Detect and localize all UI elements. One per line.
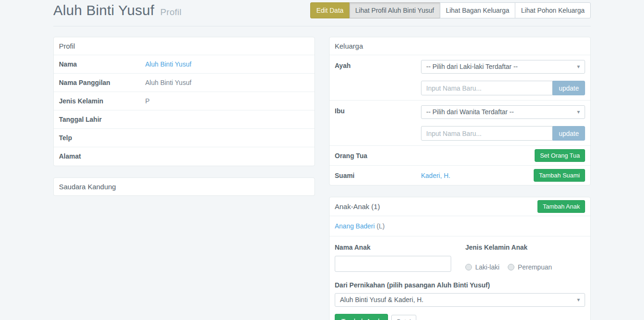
row-label: Nama Panggilan <box>59 79 145 86</box>
tambah-anak-header-button[interactable]: Tambah Anak <box>537 200 585 213</box>
saudara-kandung-heading: Saudara Kandung <box>54 178 314 195</box>
suami-row: Suami Kaderi, H. Tambah Suami <box>330 166 590 185</box>
row-label: Jenis Kelamin <box>59 97 145 105</box>
table-row-telp: Telp <box>54 129 314 147</box>
child-name-link[interactable]: Anang Baderi <box>335 222 375 230</box>
form-actions: Tambah Anak Batal <box>335 314 585 320</box>
page-title: Aluh Binti Yusuf Profil <box>53 2 182 18</box>
page-subtitle: Profil <box>160 7 182 17</box>
suami-label: Suami <box>335 172 421 179</box>
lihat-pohon-keluarga-button[interactable]: Lihat Pohon Keluarga <box>515 2 591 18</box>
row-label: Alamat <box>59 152 145 160</box>
radio-perempuan[interactable] <box>508 264 514 270</box>
ayah-update-button[interactable]: update <box>553 81 585 95</box>
anak-anak-panel: Anak-Anak (1) Tambah Anak Anang Baderi (… <box>329 197 591 320</box>
nama-anak-input[interactable] <box>335 256 451 272</box>
ayah-new-name-input[interactable] <box>421 81 553 95</box>
table-row-alamat: Alamat <box>54 147 314 166</box>
row-label: Telp <box>59 134 145 142</box>
table-row-nama: Nama Aluh Binti Yusuf <box>54 55 314 74</box>
ibu-select[interactable]: -- Pilih dari Wanita Terdaftar -- ▾ <box>421 105 585 119</box>
lihat-bagan-keluarga-button[interactable]: Lihat Bagan Keluarga <box>440 2 516 18</box>
radio-laki-laki-label: Laki-laki <box>475 263 499 271</box>
radio-laki-laki[interactable] <box>465 264 472 270</box>
suami-link[interactable]: Kaderi, H. <box>421 172 450 179</box>
ibu-label: Ibu <box>335 105 421 141</box>
chevron-down-icon: ▾ <box>577 106 580 118</box>
person-name: Aluh Binti Yusuf <box>53 2 154 18</box>
child-gender-suffix: (L) <box>377 222 385 230</box>
page-container: Aluh Binti Yusuf Profil Edit Data Lihat … <box>53 0 591 320</box>
table-row-tanggal-lahir: Tanggal Lahir <box>54 110 314 129</box>
orang-tua-label: Orang Tua <box>335 152 421 160</box>
ayah-select[interactable]: -- Pilih dari Laki-laki Terdaftar -- ▾ <box>421 60 585 74</box>
profil-panel-heading: Profil <box>54 37 314 55</box>
lihat-profil-button[interactable]: Lihat Profil Aluh Binti Yusuf <box>349 2 440 18</box>
child-list-item: Anang Baderi (L) <box>330 216 590 236</box>
saudara-kandung-title: Saudara Kandung <box>59 183 116 191</box>
table-row-jenis-kelamin: Jenis Kelamin P <box>54 92 314 110</box>
saudara-kandung-panel: Saudara Kandung <box>53 177 315 196</box>
radio-perempuan-label: Perempuan <box>518 263 552 271</box>
table-row-nama-panggilan: Nama Panggilan Aluh Binti Yusuf <box>54 74 314 92</box>
edit-data-button[interactable]: Edit Data <box>310 2 350 18</box>
gender-radio-group: Laki-laki Perempuan <box>465 256 585 271</box>
chevron-down-icon: ▾ <box>577 294 580 306</box>
chevron-down-icon: ▾ <box>577 60 580 73</box>
keluarga-panel: Keluarga Ayah -- Pilih dari Laki-laki Te… <box>329 37 591 185</box>
profil-panel-title: Profil <box>59 42 75 50</box>
ibu-new-name-input[interactable] <box>421 126 553 141</box>
anak-anak-title: Anak-Anak (1) <box>335 202 380 211</box>
tambah-suami-button[interactable]: Tambah Suami <box>534 169 585 182</box>
ayah-label: Ayah <box>335 60 421 95</box>
row-label: Nama <box>59 60 145 68</box>
anak-anak-heading: Anak-Anak (1) Tambah Anak <box>330 197 590 216</box>
content-area: Profil Nama Aluh Binti Yusuf Nama Panggi… <box>53 37 591 320</box>
set-orang-tua-button[interactable]: Set Orang Tua <box>535 149 585 162</box>
tambah-anak-submit-button[interactable]: Tambah Anak <box>335 314 388 320</box>
nama-anak-label: Nama Anak <box>335 244 451 251</box>
nama-link[interactable]: Aluh Binti Yusuf <box>145 60 191 68</box>
ayah-select-value: -- Pilih dari Laki-laki Terdaftar -- <box>426 63 518 70</box>
ayah-row: Ayah -- Pilih dari Laki-laki Terdaftar -… <box>330 55 590 101</box>
page-header: Aluh Binti Yusuf Profil Edit Data Lihat … <box>53 0 591 26</box>
right-column: Keluarga Ayah -- Pilih dari Laki-laki Te… <box>329 37 591 320</box>
ibu-select-value: -- Pilih dari Wanita Terdaftar -- <box>426 108 514 116</box>
add-child-form: Nama Anak Jenis Kelamin Anak Laki-laki P… <box>330 236 590 320</box>
keluarga-panel-title: Keluarga <box>335 42 363 50</box>
dari-pernikahan-label: Dari Pernikahan (pilih pasangan Aluh Bin… <box>335 281 585 289</box>
batal-button[interactable]: Batal <box>391 315 417 320</box>
row-value: Aluh Binti Yusuf <box>145 79 191 86</box>
ibu-update-button[interactable]: update <box>553 126 585 141</box>
pernikahan-select[interactable]: Aluh Binti Yusuf & Kaderi, H. ▾ <box>335 293 585 307</box>
jenis-kelamin-anak-label: Jenis Kelamin Anak <box>465 244 585 251</box>
keluarga-panel-heading: Keluarga <box>330 37 590 55</box>
profil-panel: Profil Nama Aluh Binti Yusuf Nama Panggi… <box>53 37 315 166</box>
left-column: Profil Nama Aluh Binti Yusuf Nama Panggi… <box>53 37 315 320</box>
orang-tua-row: Orang Tua Set Orang Tua <box>330 146 590 166</box>
row-label: Tanggal Lahir <box>59 116 145 123</box>
view-nav-button-group: Edit Data Lihat Profil Aluh Binti Yusuf … <box>310 2 591 18</box>
row-value: P <box>145 97 149 105</box>
ibu-new-name-group: update <box>421 126 585 141</box>
ayah-new-name-group: update <box>421 81 585 95</box>
ibu-row: Ibu -- Pilih dari Wanita Terdaftar -- ▾ … <box>330 101 590 146</box>
pernikahan-select-value: Aluh Binti Yusuf & Kaderi, H. <box>340 296 423 303</box>
